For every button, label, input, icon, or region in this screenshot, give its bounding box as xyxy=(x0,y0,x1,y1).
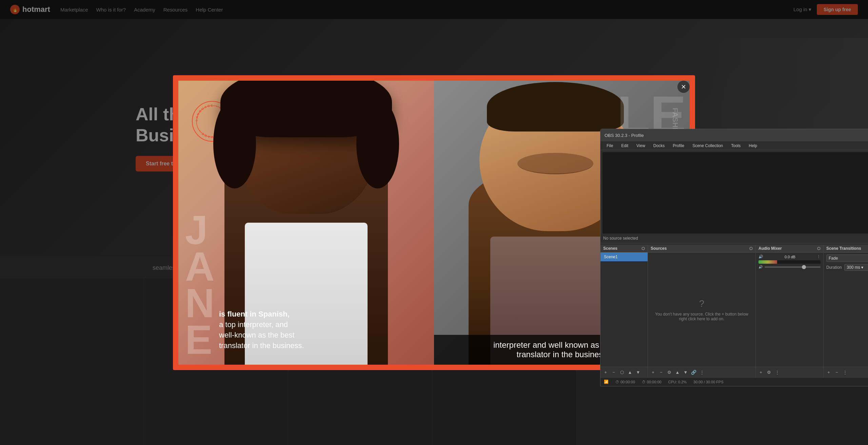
sources-empty-icon: ? xyxy=(699,298,705,309)
sources-toolbar: + − ⚙ ▲ ▼ 🔗 ⋮ xyxy=(648,367,755,377)
duration-label: Duration xyxy=(826,265,842,270)
obs-menu-scene-collection[interactable]: Scene Collection xyxy=(689,143,726,149)
jane-head xyxy=(235,86,378,214)
scenes-panel-icons: ⬡ xyxy=(642,246,645,251)
status-cpu: CPU: 0.2% xyxy=(668,380,687,384)
scenes-up-button[interactable]: ▲ xyxy=(626,368,634,376)
audio-vol-icon: 🔊 xyxy=(758,265,763,269)
scenes-panel-header: Scenes ⬡ xyxy=(600,245,648,252)
audio-fader-thumb[interactable] xyxy=(802,265,806,269)
sources-delete-button[interactable]: − xyxy=(657,368,665,376)
audio-settings-icon[interactable]: ⋮ xyxy=(817,255,821,259)
obs-source-bar: No source selected ⚙ Properties ▤ Filter… xyxy=(600,234,868,243)
jane-hair-left xyxy=(213,99,256,188)
status-time1-value: 00:00:00 xyxy=(620,380,635,384)
sources-expand-icon[interactable]: ⬡ xyxy=(749,246,753,251)
audio-meter xyxy=(758,260,821,264)
obs-preview xyxy=(603,152,868,234)
status-fps: 30.00 / 30.00 FPS xyxy=(693,380,724,384)
obs-titlebar: OBS 30.2.3 - Profile − □ × xyxy=(600,129,868,141)
sources-panel-icons: ⬡ xyxy=(749,246,753,251)
obs-panels: Scenes ⬡ Scene1 + − ⬡ ▲ ▼ Sources ⬡ xyxy=(600,245,868,377)
status-time2-value: 00:00:00 xyxy=(647,380,662,384)
obs-titlebar-text: OBS 30.2.3 - Profile xyxy=(605,133,868,138)
obs-menu-edit[interactable]: Edit xyxy=(618,143,632,149)
scenes-toolbar: + − ⬡ ▲ ▼ xyxy=(600,367,648,377)
transitions-more-button[interactable]: ⋮ xyxy=(841,368,849,376)
obs-menu-file[interactable]: File xyxy=(603,143,616,149)
audio-more-button[interactable]: ⋮ xyxy=(773,368,781,376)
audio-channel-header: 🔊 0.0 dB ⋮ xyxy=(758,255,821,259)
obs-menu-help[interactable]: Help xyxy=(745,143,761,149)
status-time2: ⏱ 00:00:00 xyxy=(642,380,662,384)
audio-db-label: 0.0 dB xyxy=(785,255,795,259)
obs-menu-tools[interactable]: Tools xyxy=(728,143,744,149)
obs-statusbar: 📶 ⏱ 00:00:00 ⏱ 00:00:00 CPU: 0.2% 30.00 … xyxy=(600,377,868,386)
scenes-label: Scenes xyxy=(603,246,617,251)
obs-menu-view[interactable]: View xyxy=(633,143,649,149)
scenes-down-button[interactable]: ▼ xyxy=(634,368,642,376)
obs-menu-profile[interactable]: Profile xyxy=(669,143,688,149)
audio-channel-1: 🔊 0.0 dB ⋮ 🔊 xyxy=(756,252,823,271)
obs-menu-docks[interactable]: Docks xyxy=(650,143,668,149)
duration-row: Duration 300 ms ▾ xyxy=(824,264,868,273)
scene-item-1[interactable]: Scene1 xyxy=(600,252,648,261)
sources-empty-text: You don't have any source. Click the + b… xyxy=(651,312,752,321)
duration-expand-icon: ▾ xyxy=(861,265,863,270)
audio-add-button[interactable]: + xyxy=(757,368,765,376)
audio-meter-fill xyxy=(758,260,777,264)
sources-lock-button[interactable]: 🔗 xyxy=(690,368,697,376)
jane-card: LANGUAGE • FASHION • LANGUAGE • xyxy=(178,81,434,365)
audio-label: Audio Mixer xyxy=(758,246,782,251)
obs-no-source-label: No source selected xyxy=(603,236,638,241)
sources-panel-header: Sources ⬡ xyxy=(648,245,755,252)
transitions-label: Scene Transitions xyxy=(826,246,861,251)
transition-type-value: Fade xyxy=(829,256,838,261)
audio-panel-icons: ⬡ xyxy=(817,246,821,251)
audio-panel-header: Audio Mixer ⬡ xyxy=(756,245,823,252)
audio-fader[interactable]: 🔊 xyxy=(758,265,821,269)
scenes-filter-button[interactable]: ⬡ xyxy=(618,368,626,376)
scene-name: Scene1 xyxy=(604,255,618,259)
transitions-panel-header: Scene Transitions ⬡ xyxy=(824,245,868,252)
obs-menubar: File Edit View Docks Profile Scene Colle… xyxy=(600,141,868,150)
obs-window: OBS 30.2.3 - Profile − □ × File Edit Vie… xyxy=(600,129,868,386)
obs-audio-panel: Audio Mixer ⬡ 🔊 0.0 dB ⋮ 🔊 xyxy=(756,245,824,377)
status-cpu-value: CPU: 0.2% xyxy=(668,380,687,384)
modal-close-button[interactable]: × xyxy=(677,81,690,93)
obs-scenes-panel: Scenes ⬡ Scene1 + − ⬡ ▲ ▼ xyxy=(600,245,648,377)
sources-settings-button[interactable]: ⚙ xyxy=(666,368,673,376)
status-network: 📶 xyxy=(604,380,609,384)
audio-expand-icon[interactable]: ⬡ xyxy=(817,246,821,251)
sources-add-button[interactable]: + xyxy=(649,368,657,376)
obs-sources-panel: Sources ⬡ ? You don't have any source. C… xyxy=(648,245,756,377)
jane-hair-right xyxy=(356,99,399,188)
sources-down-button[interactable]: ▼ xyxy=(682,368,689,376)
sources-label: Sources xyxy=(651,246,667,251)
audio-mute-icon[interactable]: 🔊 xyxy=(758,255,763,259)
duration-input[interactable]: 300 ms ▾ xyxy=(844,264,868,271)
status-fps-value: 30.00 / 30.00 FPS xyxy=(693,380,724,384)
time1-icon: ⏱ xyxy=(615,380,619,384)
sources-empty-state: ? You don't have any source. Click the +… xyxy=(648,252,755,367)
transition-type-select[interactable]: Fade ▾ xyxy=(826,255,868,262)
status-time1: ⏱ 00:00:00 xyxy=(615,380,635,384)
scenes-delete-button[interactable]: − xyxy=(610,368,617,376)
man-hair xyxy=(487,82,624,132)
man-mustache xyxy=(517,153,593,174)
time2-icon: ⏱ xyxy=(642,380,646,384)
network-icon: 📶 xyxy=(604,380,609,384)
scenes-expand-icon[interactable]: ⬡ xyxy=(642,246,645,251)
audio-toolbar: + ⚙ ⋮ xyxy=(756,367,823,377)
sources-more-button[interactable]: ⋮ xyxy=(698,368,706,376)
transitions-toolbar: + − ⋮ xyxy=(824,367,868,377)
transitions-add-button[interactable]: + xyxy=(825,368,832,376)
audio-settings-button[interactable]: ⚙ xyxy=(765,368,773,376)
jane-description: is fluent in Spanish, a top interpreter,… xyxy=(219,309,427,351)
obs-transitions-panel: Scene Transitions ⬡ Fade ▾ Duration 300 … xyxy=(824,245,868,377)
scenes-add-button[interactable]: + xyxy=(602,368,609,376)
transitions-delete-button[interactable]: − xyxy=(833,368,841,376)
sources-up-button[interactable]: ▲ xyxy=(674,368,681,376)
audio-fader-track[interactable] xyxy=(765,266,821,268)
